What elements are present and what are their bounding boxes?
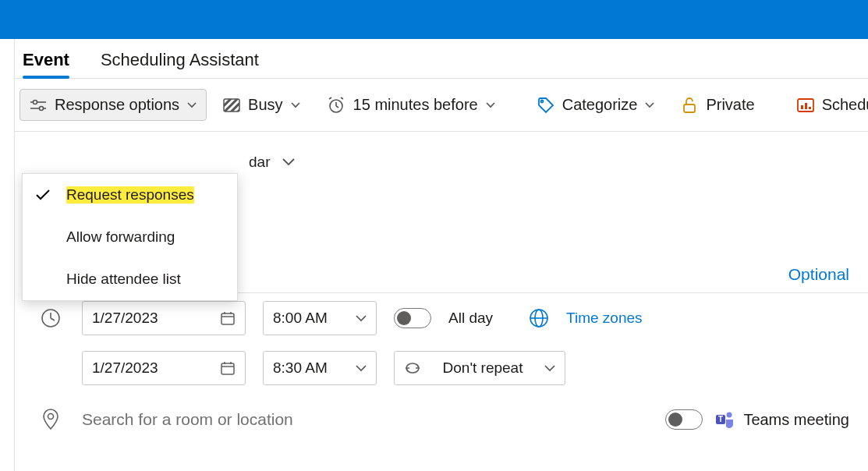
time-zones-link[interactable]: Time zones	[566, 310, 643, 327]
scheduling-poll-button[interactable]: Schedu	[787, 89, 868, 121]
svg-line-9	[336, 106, 338, 108]
lock-open-icon	[681, 97, 698, 114]
end-date-value: 1/27/2023	[92, 359, 158, 377]
end-datetime-row: 1/27/2023 8:30 AM Don't repeat	[15, 343, 868, 393]
start-time-value: 8:00 AM	[273, 310, 328, 327]
categorize-label: Categorize	[562, 96, 638, 114]
response-options-dropdown: Request responses Allow forwarding Hide …	[22, 173, 238, 301]
show-as-label: Busy	[248, 96, 282, 114]
globe-icon	[529, 308, 549, 328]
svg-rect-26	[221, 313, 234, 324]
end-date-input[interactable]: 1/27/2023	[82, 351, 246, 385]
toolbar: Response options Busy 15 minutes before	[15, 79, 868, 132]
svg-line-25	[51, 318, 55, 320]
dropdown-item-label: Hide attendee list	[66, 271, 181, 288]
checkmark-icon	[34, 189, 52, 201]
svg-rect-13	[684, 104, 695, 112]
show-as-button[interactable]: Busy	[213, 89, 310, 121]
teams-meeting-text: Teams meeting	[743, 411, 849, 429]
svg-point-40	[727, 413, 732, 418]
response-options-label: Response options	[55, 96, 179, 114]
response-options-button[interactable]: Response options	[19, 89, 207, 121]
calendar-icon	[220, 310, 236, 326]
categorize-button[interactable]: Categorize	[527, 89, 665, 121]
svg-point-1	[34, 100, 37, 104]
alarm-clock-icon	[327, 97, 345, 114]
chevron-down-icon	[544, 365, 555, 372]
reminder-label: 15 minutes before	[353, 96, 478, 114]
tab-scheduling-assistant[interactable]: Scheduling Assistant	[101, 50, 259, 78]
svg-point-12	[540, 100, 543, 102]
chevron-down-icon	[282, 158, 295, 166]
start-date-input[interactable]: 1/27/2023	[82, 301, 246, 335]
recurrence-value: Don't repeat	[443, 359, 523, 377]
dropdown-item-allow-forwarding[interactable]: Allow forwarding	[23, 216, 237, 258]
calendar-selector-fragment: dar	[249, 154, 270, 171]
dropdown-item-hide-attendee-list[interactable]: Hide attendee list	[23, 258, 237, 300]
chevron-down-icon	[291, 102, 300, 108]
svg-line-10	[329, 97, 331, 99]
tag-icon	[537, 97, 554, 114]
busy-icon	[223, 98, 240, 112]
clock-icon	[37, 308, 65, 328]
reminder-button[interactable]: 15 minutes before	[317, 89, 505, 121]
svg-point-3	[40, 106, 44, 110]
svg-rect-15	[801, 105, 803, 109]
all-day-toggle[interactable]	[394, 308, 431, 328]
repeat-icon	[404, 360, 421, 376]
svg-rect-5	[224, 99, 239, 112]
svg-rect-17	[809, 107, 811, 109]
svg-point-37	[48, 414, 54, 420]
teams-icon: T	[715, 410, 735, 429]
event-editor: Event Scheduling Assistant Response opti…	[14, 39, 868, 471]
dropdown-item-request-responses[interactable]: Request responses	[23, 174, 237, 216]
poll-icon	[797, 97, 814, 113]
chevron-down-icon	[187, 102, 197, 108]
all-day-label: All day	[448, 310, 493, 327]
chevron-down-icon	[356, 315, 367, 322]
teams-meeting-label: T Teams meeting	[715, 410, 849, 429]
sliders-icon	[30, 97, 47, 113]
end-time-input[interactable]: 8:30 AM	[263, 351, 377, 385]
end-time-value: 8:30 AM	[273, 359, 328, 377]
svg-rect-33	[221, 363, 234, 374]
start-time-input[interactable]: 8:00 AM	[263, 301, 377, 335]
dropdown-item-label: Allow forwarding	[66, 228, 175, 246]
calendar-icon	[220, 360, 236, 376]
svg-rect-16	[805, 103, 807, 109]
start-date-value: 1/27/2023	[92, 310, 158, 327]
title-bar	[0, 0, 868, 39]
chevron-down-icon	[486, 102, 495, 108]
tab-event[interactable]: Event	[23, 50, 69, 78]
editor-tabs: Event Scheduling Assistant	[15, 39, 868, 79]
dropdown-item-label: Request responses	[66, 186, 194, 204]
location-row: Search for a room or location T Teams me…	[15, 401, 868, 438]
location-icon	[37, 409, 65, 430]
svg-line-11	[341, 97, 343, 99]
teams-meeting-toggle[interactable]	[665, 409, 703, 430]
location-input[interactable]: Search for a room or location	[82, 410, 648, 429]
scheduling-poll-label: Schedu	[822, 96, 868, 114]
chevron-down-icon	[356, 365, 367, 372]
recurrence-input[interactable]: Don't repeat	[394, 351, 565, 385]
svg-text:T: T	[718, 415, 723, 423]
chevron-down-icon	[645, 102, 654, 108]
calendar-selector-peek[interactable]: dar	[15, 138, 868, 171]
optional-attendees-link[interactable]: Optional	[788, 265, 849, 284]
private-label: Private	[706, 96, 754, 114]
private-button[interactable]: Private	[671, 89, 764, 121]
